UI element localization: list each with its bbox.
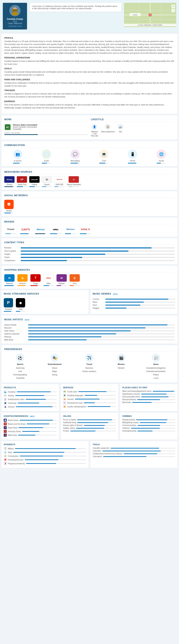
value-eating: Healthy eating <box>63 427 116 429</box>
artists-title: MUSIC ARTISTS BETA <box>4 318 175 322</box>
shopping-section: SHOPPING WEBSITES W Walmart a Amazon T T… <box>1 266 178 289</box>
barriers-heading: BARRIERS <box>4 100 175 102</box>
content-charts: Charts <box>4 256 175 258</box>
amazon-logo: a <box>17 274 28 282</box>
event-kentucky-derby: 🏇 Kentucky Derby <box>4 430 57 433</box>
lifestyle-family: 👤 Married 1 kid Has cats <box>91 124 98 137</box>
profile-name: Candela Araujo <box>5 18 25 20</box>
gallup-logo: GALLUP <box>29 176 39 183</box>
interest-navy: ⚓ Navy <box>4 451 86 454</box>
product-footwear: 👟 Footwear <box>4 390 57 393</box>
pref-news: 📰 News Scandals/investigationsEntertainm… <box>146 354 166 380</box>
genre-reggae: Reggae <box>93 307 175 309</box>
brands-grid: Primark Levi's Walmart adidas Skechers K… <box>4 226 175 234</box>
profile-link[interactable]: JCPENNEY.COM <box>5 26 25 27</box>
social-reddit: Reddit <box>4 200 14 213</box>
content-comparisons: Comparisons <box>4 260 175 262</box>
walmart-shop-logo: W <box>4 274 14 282</box>
service-dev: 🔧 Development tools <box>63 401 116 404</box>
value-healthy: Healthy/fit living <box>63 422 116 424</box>
products-list: 👟 Footwear 💎 Jewelry 👔 Suits/business at… <box>4 390 57 408</box>
credit-icon: 💳 <box>63 390 66 393</box>
comm-email: ✉️ Email <box>42 150 51 164</box>
interest-pregnancy: 🤰 Pregnancy/maternity <box>4 462 86 465</box>
services-list: 💳 Credit cards 💻 Scripting languages 🧺 L… <box>63 390 116 408</box>
movies-icon: 🎬 <box>117 354 126 362</box>
quartz-logo: Qz <box>42 176 52 183</box>
lifestyle-col: LIFESTYLE 👤 Married 1 kid Has cats 🏠 Own… <box>91 118 175 137</box>
hobbies-list: Hiking/camping BBQ/grilling recipes Cera… <box>122 419 175 432</box>
product-dresses: 👗 Dresses <box>4 405 57 408</box>
primark-logo: Primark <box>7 226 14 232</box>
value-family: Focus on family <box>63 419 116 421</box>
content-images: Images <box>4 253 175 255</box>
work-info: Fitness Sales Consultant Resort Lifestyl… <box>13 124 37 130</box>
music-genres-section: MUSIC GENRES BETA Country Blues Rock Reg… <box>90 290 178 314</box>
kentucky-derby-icon: 🏇 <box>4 430 7 433</box>
vanity-fair-logo: VF <box>17 176 27 183</box>
goals-heading: GOALS <box>4 68 175 70</box>
shop-wayfair: W Wayfair <box>56 274 67 286</box>
hobby-ceramics: Ceramics/pottery <box>122 424 175 426</box>
nascar-logo: NASCAR <box>54 176 64 183</box>
pandora-logo: P <box>4 298 13 308</box>
events-list: ⚾ World Series B Beauty and the Beast 🏈 … <box>4 419 57 436</box>
adidas-logo: adidas <box>53 226 58 232</box>
tools-list: Scientific equipment Calendars Collabora… <box>93 447 175 458</box>
profile-location: Urban, Millennial <box>5 22 25 24</box>
content-types-title: CONTENT TYPES <box>4 241 175 245</box>
brand-skechers: Skechers <box>64 226 77 234</box>
triggers-body: Candela is triggered to shop for women's… <box>4 92 175 98</box>
ebay-logo: eBay <box>43 274 54 282</box>
music-streaming-section: MUSIC STREAMING SERVICES P Pandora ◉ Tid… <box>1 290 89 314</box>
media-grid: Disney Disney VF Vanity Fair GALLUP Gall… <box>4 176 175 187</box>
shop-walmart: W Walmart <box>4 274 14 286</box>
suits-icon: 👔 <box>4 398 7 401</box>
preferences-grid: ⚽ Sports SwimmingGolfRunning/walkingTrac… <box>4 354 175 380</box>
media-vanityfair: VF Vanity Fair <box>17 176 27 187</box>
loyalty-icon: 💰 <box>63 405 66 408</box>
services-col: SERVICES 💳 Credit cards 💻 Scripting lang… <box>61 384 118 411</box>
news-icon: 📰 <box>152 354 160 362</box>
walmart-logo: Walmart <box>37 226 45 232</box>
tidal-logo: ◉ <box>16 298 25 308</box>
travel-icon: ✈️ <box>85 354 93 362</box>
profile-age: 33 yr <box>5 20 25 22</box>
shop-etsy: E Etsy <box>70 274 80 286</box>
footwear-icon: 👟 <box>4 390 7 393</box>
hobby-outdoors: Outdoors <box>122 427 175 429</box>
military-icon: 🎖️ <box>4 447 7 450</box>
streaming-icons: P Pandora ◉ Tidal <box>4 298 86 312</box>
product-jewelry: 💎 Jewelry <box>4 394 57 397</box>
preferences-section: PREFERENCES ⚽ Sports SwimmingGolfRunning… <box>1 345 178 383</box>
navy-icon: ⚓ <box>4 451 7 454</box>
work-logo: RC <box>4 124 11 130</box>
products-title: PRODUCTS <box>4 386 57 389</box>
hobbies-title: HOBBIES <box>122 415 175 417</box>
communication-title: COMMUNICATION <box>4 144 175 148</box>
nba-icon: 🏀 <box>4 434 7 436</box>
content-reviews: Reviews <box>4 247 175 249</box>
artists-beta-badge: BETA <box>24 319 30 321</box>
levis-logo: Levi's <box>22 226 30 232</box>
shop-amazon: a Amazon <box>17 274 28 286</box>
income-bar: Income: USD 40,000 <box>4 132 88 135</box>
media-quartz: Qz Quartz <box>42 176 52 187</box>
media-section: MEDIA/NEWS SOURCES Disney Disney VF Vani… <box>1 168 178 190</box>
comm-social: 🌐 Social <box>157 150 166 164</box>
place-discount: Discount/outlet stores <box>122 396 175 398</box>
profile-heading: PROFILE <box>4 37 175 39</box>
genres-title: MUSIC GENRES BETA <box>93 292 175 296</box>
tool-collab: Collaboration/conferencing software <box>93 453 175 455</box>
pains-body: Candela faces challenges in finding the … <box>4 82 175 88</box>
service-loyalty: 💰 Loyalty cards/programs <box>63 405 116 408</box>
pandora-item: P Pandora <box>4 298 13 312</box>
events-col: EVENTS/CONFERENCES BETA ⚾ World Series B… <box>1 413 59 440</box>
sports-icon: ⚽ <box>16 354 24 362</box>
tool-calculators: Calculators <box>93 456 175 458</box>
svg-point-1 <box>12 12 18 15</box>
social-icon: 🌐 <box>157 150 166 159</box>
artists-section: MUSIC ARTISTS BETA Ariana Grande Beyoncé… <box>1 316 178 344</box>
social-title: SOCIAL NETWORKS <box>4 194 175 198</box>
streaming-title: MUSIC STREAMING SERVICES <box>4 292 86 296</box>
